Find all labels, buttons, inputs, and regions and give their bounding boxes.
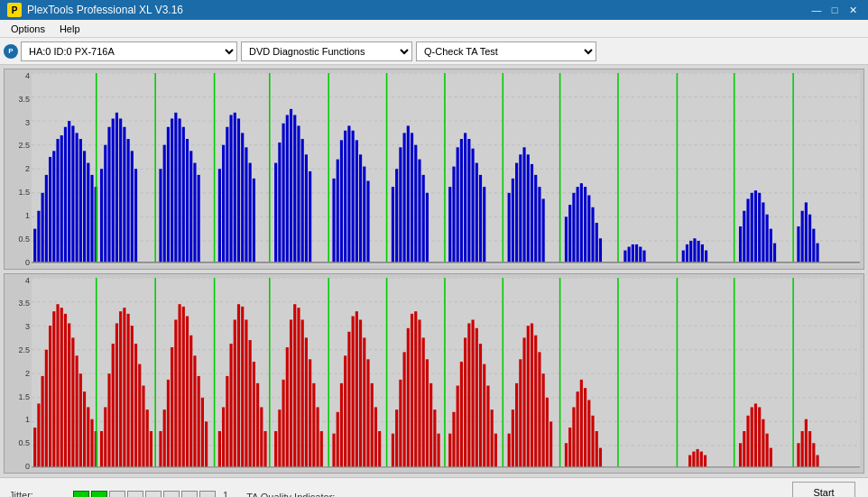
svg-rect-16 [60,135,63,262]
svg-rect-218 [171,347,173,467]
svg-rect-320 [596,431,598,467]
start-button[interactable]: Start [792,482,855,498]
indicators-section: Jitter: 1 Peak Shift: [9,490,228,498]
svg-rect-12 [45,175,48,262]
svg-rect-231 [226,375,228,466]
svg-rect-300 [512,410,514,467]
svg-rect-81 [366,181,369,262]
ta-quality-label: TA Quality Indicator: [246,492,774,498]
svg-rect-53 [229,115,232,262]
svg-rect-122 [587,195,590,262]
svg-rect-203 [112,344,115,467]
svg-rect-221 [182,306,185,466]
svg-rect-39 [163,145,166,262]
svg-rect-149 [766,215,769,262]
svg-rect-289 [464,337,466,466]
svg-rect-280 [426,359,429,467]
svg-rect-103 [483,187,485,262]
svg-rect-83 [392,187,394,262]
svg-rect-117 [568,205,571,262]
svg-rect-340 [797,443,799,467]
svg-rect-211 [142,385,144,466]
svg-rect-157 [812,229,815,262]
svg-rect-24 [90,175,93,262]
svg-rect-263 [356,311,358,467]
svg-rect-191 [68,323,70,466]
svg-rect-333 [751,407,753,466]
svg-rect-342 [805,419,808,466]
close-button[interactable]: ✕ [845,4,861,16]
svg-rect-132 [642,251,645,262]
svg-rect-236 [245,319,247,466]
svg-rect-140 [705,251,707,262]
svg-rect-116 [565,216,568,262]
svg-rect-123 [591,207,594,262]
svg-rect-17 [64,127,67,262]
svg-rect-51 [222,145,225,262]
svg-rect-84 [395,169,398,262]
svg-rect-201 [104,407,106,466]
test-dropdown[interactable]: Q-Check TA Test [416,41,596,61]
svg-rect-75 [344,131,346,262]
svg-rect-31 [115,113,118,262]
svg-rect-258 [337,411,339,466]
menu-options[interactable]: Options [4,22,52,36]
svg-rect-261 [347,331,350,466]
svg-rect-130 [635,244,638,262]
toolbar: P HA:0 ID:0 PX-716A DVD Diagnostic Funct… [0,38,868,65]
svg-rect-215 [159,431,162,467]
svg-rect-212 [146,410,149,467]
svg-rect-32 [119,118,122,262]
svg-rect-216 [163,410,166,467]
device-dropdown[interactable]: HA:0 ID:0 PX-716A [21,41,237,61]
jitter-led-3 [109,491,125,498]
svg-rect-101 [476,163,478,262]
svg-rect-113 [538,187,540,262]
svg-rect-95 [452,167,455,262]
svg-rect-278 [418,319,420,466]
svg-rect-80 [363,167,365,262]
svg-rect-341 [801,431,804,467]
svg-rect-220 [178,304,180,467]
svg-rect-136 [689,241,692,262]
svg-rect-9 [33,229,36,262]
svg-rect-306 [534,335,537,466]
svg-rect-229 [218,431,221,467]
svg-rect-70 [309,171,311,262]
svg-rect-344 [812,443,815,467]
svg-rect-252 [309,359,311,467]
svg-rect-205 [119,311,122,467]
svg-rect-313 [568,428,571,467]
svg-rect-22 [83,151,86,262]
svg-rect-100 [471,149,474,262]
svg-rect-227 [205,421,208,466]
svg-rect-259 [340,382,343,466]
right-buttons: Start i [792,482,859,498]
jitter-led-7 [181,491,198,498]
svg-rect-219 [174,319,177,466]
menu-help[interactable]: Help [52,22,88,36]
svg-rect-68 [301,139,304,262]
svg-rect-79 [359,154,362,262]
chart-area: 4 3.5 3 2.5 2 1.5 1 0.5 0 [0,65,868,477]
svg-rect-210 [138,364,141,466]
svg-rect-190 [64,313,67,466]
maximize-button[interactable]: □ [826,4,843,16]
svg-rect-241 [263,431,266,467]
svg-rect-185 [45,349,48,466]
svg-rect-73 [337,160,339,262]
svg-rect-272 [395,410,398,467]
svg-rect-226 [201,397,204,466]
svg-rect-335 [758,407,761,466]
bottom-chart-svg: 2 3 4 5 6 7 8 9 10 11 12 13 14 15 [32,278,860,470]
svg-rect-308 [542,373,545,467]
svg-rect-145 [751,193,753,262]
svg-rect-338 [770,447,772,466]
app-icon: P [7,3,22,17]
svg-rect-200 [100,431,103,467]
svg-rect-148 [762,202,764,262]
minimize-button[interactable]: — [808,4,825,16]
svg-rect-194 [79,373,82,467]
function-dropdown[interactable]: DVD Diagnostic Functions [241,41,412,61]
svg-rect-30 [112,118,115,262]
